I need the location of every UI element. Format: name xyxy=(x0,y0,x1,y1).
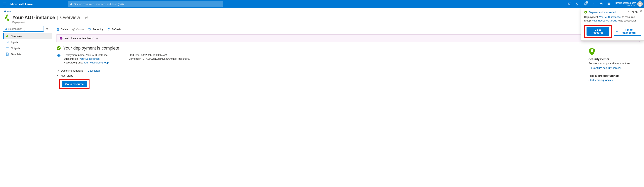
hamburger-icon xyxy=(3,2,6,5)
blade-sidebar: Overview Inputs Outputs Template xyxy=(0,25,52,89)
resource-type-icon xyxy=(4,14,11,21)
feedback-text: We'd love your feedback! xyxy=(65,37,94,40)
redeploy-icon xyxy=(88,28,91,31)
global-search[interactable] xyxy=(68,1,223,7)
toast-pin-button[interactable]: Pin to dashboard xyxy=(614,27,641,36)
highlight-box-toast: Go to resource xyxy=(584,25,612,38)
outputs-icon xyxy=(6,46,9,50)
notification-toast: ✕ Deployment succeeded 11:24 AM Deployme… xyxy=(581,8,644,40)
tutorials-link[interactable]: Start learning today > xyxy=(588,78,613,82)
sidebar-item-label: Overview xyxy=(11,35,22,38)
breadcrumb-home[interactable]: Home xyxy=(4,10,11,13)
filter-icon xyxy=(576,2,579,6)
template-icon xyxy=(6,52,9,56)
toast-title[interactable]: Deployment succeeded xyxy=(589,11,616,14)
toast-deployment-link[interactable]: Your-ADT-instance xyxy=(599,16,621,18)
chevron-up-icon xyxy=(56,74,59,77)
cmd-redeploy[interactable]: Redeploy xyxy=(88,28,104,31)
directories-button[interactable] xyxy=(573,0,581,8)
svg-rect-17 xyxy=(7,35,8,36)
inputs-icon xyxy=(6,40,9,44)
feedback-button[interactable] xyxy=(605,0,613,8)
page-subtitle: Overview xyxy=(60,15,80,20)
search-icon xyxy=(70,2,72,5)
megaphone-icon xyxy=(60,36,63,40)
hamburger-menu[interactable] xyxy=(0,0,10,8)
svg-point-8 xyxy=(640,2,641,4)
success-check-icon xyxy=(584,10,587,14)
sidebar-search-input[interactable] xyxy=(8,28,42,30)
deployment-status: Your deployment is complete xyxy=(56,46,584,51)
svg-point-7 xyxy=(610,4,610,4)
go-to-resource-button[interactable]: Go to resource xyxy=(62,81,87,87)
sidebar-item-label: Outputs xyxy=(11,47,20,50)
overview-icon xyxy=(6,34,9,38)
svg-point-20 xyxy=(6,48,6,48)
page-title: Your-ADT-instance xyxy=(12,15,55,20)
highlight-box-main: Go to resource xyxy=(59,79,90,89)
tutorials-card: Free Microsoft tutorials Start learning … xyxy=(588,74,640,82)
svg-line-1 xyxy=(72,4,72,5)
help-button[interactable] xyxy=(597,0,605,8)
subscription-link[interactable]: Your-Subscription xyxy=(79,57,100,60)
search-icon xyxy=(4,28,7,30)
security-subtitle: Secure your apps and infrastructure xyxy=(588,62,640,65)
sidebar-item-label: Inputs xyxy=(11,41,18,44)
global-search-input[interactable] xyxy=(74,2,221,6)
sidebar-item-outputs[interactable]: Outputs xyxy=(3,45,52,51)
more-menu-button[interactable]: ··· xyxy=(91,14,97,20)
toast-close-button[interactable]: ✕ xyxy=(639,9,642,13)
account-menu[interactable]: user@contoso.com CONTOSO xyxy=(613,0,637,8)
page-header: Your-ADT-instance | Overview ··· Deploym… xyxy=(0,14,644,25)
person-icon xyxy=(638,2,642,6)
deployment-summary: Deployment name: Your-ADT-instance Subsc… xyxy=(57,54,584,65)
cloud-shell-button[interactable] xyxy=(565,0,573,8)
sidebar-search[interactable] xyxy=(3,26,44,32)
avatar[interactable] xyxy=(637,1,643,7)
trash-icon xyxy=(56,28,60,31)
svg-point-13 xyxy=(5,28,6,30)
sidebar-item-template[interactable]: Template xyxy=(3,51,52,57)
resource-group-link[interactable]: Your-Resource-Group xyxy=(84,61,109,64)
brand-label[interactable]: Microsoft Azure xyxy=(10,2,36,6)
ellipsis-icon: ··· xyxy=(92,16,96,19)
account-tenant: CONTOSO xyxy=(626,4,636,6)
cancel-icon xyxy=(72,28,75,31)
security-center-link[interactable]: Go to Azure security center > xyxy=(588,66,622,70)
tutorials-title: Free Microsoft tutorials xyxy=(588,74,640,78)
svg-rect-11 xyxy=(7,18,9,21)
cmd-cancel: Cancel xyxy=(72,28,84,31)
resource-type-label: Deployment xyxy=(12,21,97,24)
shield-icon xyxy=(588,48,640,56)
download-link[interactable]: (Download) xyxy=(87,69,100,72)
svg-point-3 xyxy=(593,4,594,4)
right-panel: Security Center Secure your apps and inf… xyxy=(584,46,640,86)
sidebar-item-inputs[interactable]: Inputs xyxy=(3,39,52,45)
correlation-id-value: A1bC2dE3fH4iJ5kL6mN7oP8qR9sT0u xyxy=(146,57,190,60)
sidebar-item-overview[interactable]: Overview xyxy=(3,33,52,39)
svg-point-19 xyxy=(6,47,6,48)
cmd-delete[interactable]: Delete xyxy=(56,28,68,31)
cmd-refresh[interactable]: Refresh xyxy=(108,28,121,31)
title-divider: | xyxy=(57,15,58,20)
breadcrumb: Home › xyxy=(0,8,644,14)
success-check-icon xyxy=(56,46,61,50)
sidebar-item-label: Template xyxy=(11,53,22,56)
section-deployment-details[interactable]: Deployment details (Download) xyxy=(56,69,584,72)
main-content: Delete Cancel Redeploy Refresh We'd love… xyxy=(52,25,644,89)
section-next-steps[interactable]: Next steps xyxy=(56,74,584,77)
svg-point-6 xyxy=(608,4,609,4)
settings-button[interactable] xyxy=(589,0,597,8)
collapse-sidebar-button[interactable] xyxy=(45,27,49,31)
svg-line-14 xyxy=(6,29,7,30)
notifications-button[interactable]: 2 xyxy=(581,0,589,8)
start-time-value: 6/2/2021, 11:24:14 AM xyxy=(141,54,167,56)
pin-blade-button[interactable] xyxy=(83,14,89,20)
status-title: Your deployment is complete xyxy=(63,46,119,51)
help-icon xyxy=(600,2,603,6)
toast-rg-link[interactable]: Your-Resource-Group xyxy=(592,19,617,22)
svg-line-23 xyxy=(73,28,74,30)
feedback-banner[interactable]: We'd love your feedback! → xyxy=(56,34,640,42)
toast-go-to-resource-button[interactable]: Go to resource xyxy=(586,27,610,36)
arrow-right-icon: → xyxy=(96,37,98,40)
